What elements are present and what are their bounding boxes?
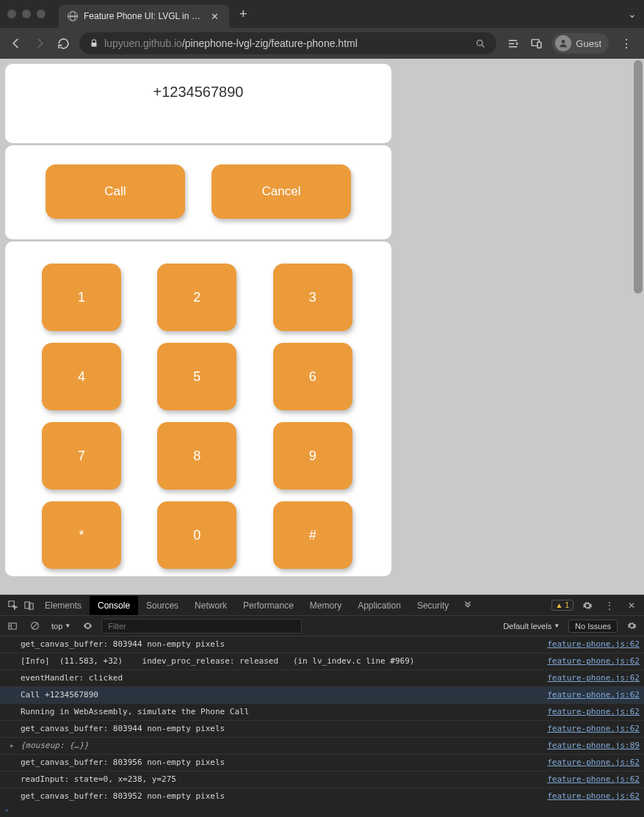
devtools-tab-performance[interactable]: Performance [235,596,302,615]
page-viewport: +1234567890 Call Cancel 123456789*0# [0,59,644,595]
browser-menu-button[interactable]: ⋮ [618,34,635,54]
log-message: {mouseup: {…}} [21,739,538,752]
back-button[interactable] [9,36,23,51]
log-row: [Info] (11.583, +32) indev_proc_release:… [0,653,644,670]
log-source-link[interactable]: feature-phone.js:89 [538,739,640,752]
key-1[interactable]: 1 [42,264,121,331]
profile-button[interactable]: Guest [552,33,609,54]
close-tab-icon[interactable]: ✕ [209,11,220,22]
window-traffic-lights [7,10,46,18]
key-9[interactable]: 9 [273,422,352,490]
svg-point-3 [562,40,565,43]
browser-toolbar: lupyuen.github.io/pinephone-lvgl-zig/fea… [0,28,644,59]
cancel-button[interactable]: Cancel [211,164,351,219]
svg-rect-2 [538,42,541,48]
log-message: get_canvas_buffer: 803944 non-empty pixe… [21,638,538,651]
phone-app: +1234567890 Call Cancel 123456789*0# [0,59,397,595]
log-row: get_canvas_buffer: 803952 non-empty pixe… [0,788,644,803]
profile-label: Guest [576,38,601,49]
dialed-number-display: +1234567890 [5,64,391,143]
devtools-tab-sources[interactable]: Sources [138,596,187,615]
lock-icon [90,39,98,48]
key-4[interactable]: 4 [42,343,121,410]
clear-console-icon[interactable] [26,618,43,634]
devtools-tab-memory[interactable]: Memory [302,596,350,615]
new-tab-button[interactable]: + [234,4,253,25]
avatar-icon [555,35,571,51]
close-devtools-icon[interactable]: ✕ [623,598,640,614]
expand-icon[interactable]: ▸ [10,739,15,752]
log-row: Call +1234567890feature-phone.js:62 [0,687,644,704]
context-dropdown[interactable]: top ▼ [48,620,73,632]
call-button[interactable]: Call [46,164,185,219]
devtools-tab-console[interactable]: Console [90,596,138,615]
log-message: Running in WebAssembly, simulate the Pho… [21,705,538,719]
tab-title: Feature Phone UI: LVGL in Web [84,11,203,21]
svg-point-0 [477,40,483,46]
log-source-link[interactable]: feature-phone.js:62 [538,756,640,769]
log-row: eventHandler: clickedfeature-phone.js:62 [0,670,644,687]
device-toolbar-icon[interactable] [21,598,37,614]
browser-tab[interactable]: Feature Phone UI: LVGL in Web ✕ [59,4,229,28]
console-settings-icon[interactable] [623,618,640,634]
devtools-tabbar: ElementsConsoleSourcesNetworkPerformance… [0,595,644,616]
log-message: readInput: state=0, x=238, y=275 [21,773,538,786]
log-row: get_canvas_buffer: 803956 non-empty pixe… [0,755,644,771]
devtools-tab-network[interactable]: Network [187,596,235,615]
forward-button[interactable] [32,36,47,51]
log-source-link[interactable]: feature-phone.js:62 [538,773,640,786]
log-source-link[interactable]: feature-phone.js:62 [538,655,640,668]
key-6[interactable]: 6 [273,343,352,410]
key-7[interactable]: 7 [42,422,121,490]
devtools-tab-security[interactable]: Security [409,596,457,615]
share-icon[interactable] [505,36,520,51]
log-message: [Info] (11.583, +32) indev_proc_release:… [21,655,538,668]
log-source-link[interactable]: feature-phone.js:62 [538,689,640,702]
key-3[interactable]: 3 [273,264,352,331]
devtools-tab-application[interactable]: Application [350,596,409,615]
devtools-tab-elements[interactable]: Elements [37,596,90,615]
devices-icon[interactable] [529,36,543,51]
devtools-menu-icon[interactable]: ⋮ [601,598,618,614]
live-expression-icon[interactable] [79,618,95,634]
log-message: get_canvas_buffer: 803956 non-empty pixe… [21,756,538,769]
log-row: ▸{mouseup: {…}}feature-phone.js:89 [0,738,644,755]
log-row: readInput: state=0, x=238, y=275feature-… [0,771,644,788]
devtools-panel: ElementsConsoleSourcesNetworkPerformance… [0,595,644,817]
key-8[interactable]: 8 [157,422,236,490]
issues-button[interactable]: No Issues [568,620,618,633]
search-in-page-icon[interactable] [475,38,486,49]
log-message: get_canvas_buffer: 803944 non-empty pixe… [21,722,538,736]
maximize-window-icon[interactable] [37,10,46,18]
reload-button[interactable] [56,36,70,51]
key-#[interactable]: # [273,501,352,569]
log-source-link[interactable]: feature-phone.js:62 [538,672,640,685]
key-*[interactable]: * [42,501,121,569]
console-filter-input[interactable] [101,619,301,633]
close-window-icon[interactable] [7,10,16,18]
log-source-link[interactable]: feature-phone.js:62 [538,705,640,719]
log-source-link[interactable]: feature-phone.js:62 [538,722,640,736]
page-gutter [397,59,644,595]
key-2[interactable]: 2 [157,264,236,331]
key-5[interactable]: 5 [157,343,236,410]
page-scrollbar[interactable] [634,60,643,294]
console-sidebar-toggle-icon[interactable] [4,618,21,634]
console-log[interactable]: get_canvas_buffer: 803944 non-empty pixe… [0,636,644,803]
tabs-overflow-icon[interactable] [460,598,476,614]
log-source-link[interactable]: feature-phone.js:62 [538,790,640,803]
inspect-element-icon[interactable] [4,598,21,614]
log-source-link[interactable]: feature-phone.js:62 [538,638,640,651]
globe-icon [68,11,78,21]
log-levels-dropdown[interactable]: Default levels ▼ [500,620,562,632]
warnings-badge[interactable]: ▲ 1 [551,600,574,611]
minimize-window-icon[interactable] [22,10,31,18]
tabs-overflow-icon[interactable]: ⌄ [628,8,637,20]
log-row: get_canvas_buffer: 803944 non-empty pixe… [0,636,644,653]
console-prompt[interactable]: › [0,803,644,817]
settings-icon[interactable] [579,598,596,614]
dialed-number-text: +1234567890 [153,84,244,101]
key-0[interactable]: 0 [157,501,236,569]
browser-chrome: Feature Phone UI: LVGL in Web ✕ + ⌄ lupy… [0,0,644,59]
url-bar[interactable]: lupyuen.github.io/pinephone-lvgl-zig/fea… [79,32,496,54]
